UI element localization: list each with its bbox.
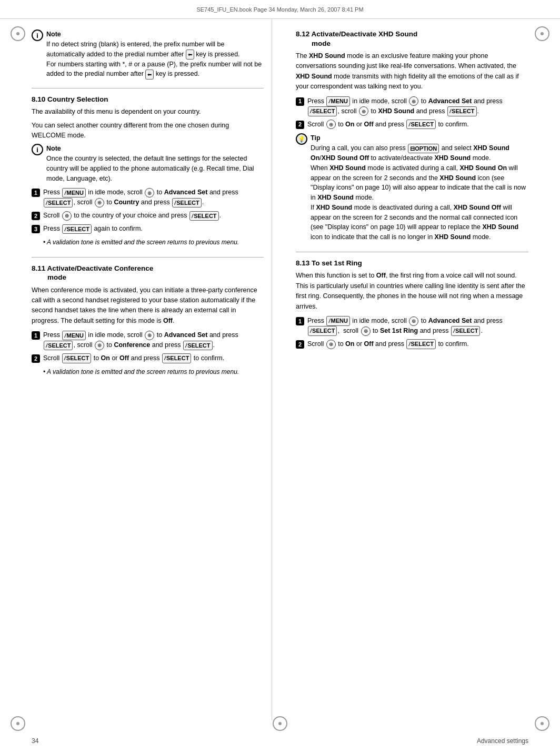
- back-key-1: ⬅: [186, 50, 194, 60]
- note-1: i Note If no detect string (blank) is en…: [32, 29, 264, 80]
- select-key-812-1: /SELECT: [308, 106, 337, 116]
- scroll-icon-813-2: ⊕: [361, 326, 371, 336]
- scroll-icon-813-3: ⊕: [326, 340, 336, 349]
- divider-3: [296, 252, 528, 252]
- note-810: i Note Once the country is selected, the…: [32, 144, 264, 183]
- select-key-2: /SELECT: [172, 198, 201, 208]
- scroll-icon-812-2: ⊕: [359, 106, 368, 116]
- page-number: 34: [32, 737, 38, 745]
- step-811-2-text: Scroll /SELECT to On or Off and press /S…: [43, 353, 224, 363]
- select-key-813-2: /SELECT: [451, 326, 480, 336]
- tip-812-label: Tip: [311, 134, 321, 142]
- section-810-body2: You can select another country different…: [32, 121, 264, 141]
- scroll-icon-1: ⊕: [145, 188, 154, 197]
- select-key-813-1: /SELECT: [308, 326, 337, 336]
- steps-813: 1 Press /MENU in idle mode, scroll ⊕ to …: [296, 316, 528, 349]
- section-811-body: When conference mode is activated, you c…: [32, 285, 264, 326]
- header-bar: SE745_IFU_EN.book Page 34 Monday, March …: [0, 0, 560, 19]
- step-num-811-1: 1: [32, 331, 40, 340]
- step-num-1: 1: [32, 189, 40, 197]
- select-key-812-3: /SELECT: [406, 120, 435, 130]
- scroll-icon-3: ⊕: [62, 211, 72, 221]
- steps-810: 1 Press /MENU in idle mode, scroll ⊕ to …: [32, 187, 264, 234]
- select-key-1: /SELECT: [44, 198, 73, 208]
- menu-key-812: /MENU: [326, 96, 349, 106]
- section-label: Advanced settings: [477, 737, 528, 745]
- select-key-4: /SELECT: [62, 224, 91, 234]
- select-key-811-1: /SELECT: [44, 341, 73, 351]
- divider-2: [32, 257, 264, 258]
- bullet-811: A validation tone is emitted and the scr…: [43, 368, 264, 377]
- left-column: i Note If no detect string (blank) is en…: [32, 19, 272, 720]
- step-811-1: 1 Press /MENU in idle mode, scroll ⊕ to …: [32, 330, 264, 350]
- step-num-813-2: 2: [296, 340, 304, 349]
- note-810-label: Note: [46, 145, 61, 152]
- bullet-810: A validation tone is emitted and the scr…: [43, 238, 264, 247]
- page-container: SE745_IFU_EN.book Page 34 Monday, March …: [0, 0, 560, 752]
- tip-812: 💡 Tip During a call, you can also press …: [296, 133, 528, 242]
- step-810-1-text: Press /MENU in idle mode, scroll ⊕ to Ad…: [43, 187, 264, 207]
- step-num-813-1: 1: [296, 317, 304, 325]
- note-1-content: Note If no detect string (blank) is ente…: [46, 29, 264, 80]
- back-key-2: ⬅: [145, 70, 154, 80]
- step-num-3: 3: [32, 225, 40, 233]
- corner-mark-bl: [11, 716, 25, 731]
- section-812-body: The XHD Sound mode is an exclusive featu…: [296, 51, 528, 92]
- step-813-1: 1 Press /MENU in idle mode, scroll ⊕ to …: [296, 316, 528, 336]
- step-812-1-text: Press /MENU in idle mode, scroll ⊕ to Ad…: [307, 96, 528, 116]
- content-area: i Note If no detect string (blank) is en…: [32, 19, 528, 720]
- section-810-body: The availability of this menu is depende…: [32, 107, 264, 117]
- step-813-2: 2 Scroll ⊕ to On or Off and press /SELEC…: [296, 339, 528, 349]
- scroll-icon-811-1: ⊕: [145, 331, 154, 340]
- scroll-icon-813-1: ⊕: [409, 316, 418, 326]
- step-810-3-text: Press /SELECT again to confirm.: [43, 224, 143, 234]
- menu-key-813: /MENU: [326, 316, 349, 326]
- tip-812-content: Tip During a call, you can also press ⊟O…: [311, 133, 528, 242]
- scroll-icon-812-1: ⊕: [409, 96, 418, 106]
- header-text: SE745_IFU_EN.book Page 34 Monday, March …: [196, 6, 363, 13]
- tip-icon-812: 💡: [296, 133, 307, 145]
- section-812: 8.12 Activate/Deactivate XHD Sound mode …: [296, 29, 528, 242]
- step-811-1-text: Press /MENU in idle mode, scroll ⊕ to Ad…: [43, 330, 264, 350]
- note-icon-1: i: [32, 29, 43, 41]
- select-key-3: /SELECT: [189, 211, 218, 221]
- step-num-811-2: 2: [32, 354, 40, 363]
- section-812-title: 8.12 Activate/Deactivate XHD Sound mode: [296, 29, 528, 48]
- select-key-811-3: /SELECT: [62, 353, 91, 363]
- divider-1: [32, 88, 264, 88]
- step-810-3: 3 Press /SELECT again to confirm.: [32, 224, 264, 234]
- corner-mark-tr: [535, 26, 549, 41]
- section-811: 8.11 Activate/Deactivate Conference mode…: [32, 264, 264, 377]
- footer-bar: 34 Advanced settings: [32, 737, 528, 745]
- step-812-1: 1 Press /MENU in idle mode, scroll ⊕ to …: [296, 96, 528, 116]
- step-num-812-2: 2: [296, 121, 304, 129]
- menu-key: /MENU: [62, 188, 85, 198]
- corner-mark-br: [535, 716, 549, 731]
- step-810-2-text: Scroll ⊕ to the country of your choice a…: [43, 211, 221, 221]
- right-column: 8.12 Activate/Deactivate XHD Sound mode …: [288, 19, 528, 720]
- scroll-icon-811-2: ⊕: [95, 341, 104, 350]
- scroll-icon-812-3: ⊕: [326, 120, 336, 129]
- menu-key-811: /MENU: [62, 331, 85, 341]
- step-813-2-text: Scroll ⊕ to On or Off and press /SELECT …: [307, 339, 469, 349]
- steps-811: 1 Press /MENU in idle mode, scroll ⊕ to …: [32, 330, 264, 363]
- note-810-content: Note Once the country is selected, the d…: [46, 144, 264, 183]
- step-813-1-text: Press /MENU in idle mode, scroll ⊕ to Ad…: [307, 316, 528, 336]
- step-812-2: 2 Scroll ⊕ to On or Off and press /SELEC…: [296, 120, 528, 130]
- step-811-2: 2 Scroll /SELECT to On or Off and press …: [32, 353, 264, 363]
- section-810: 8.10 Country Selection The availability …: [32, 95, 264, 248]
- step-810-2: 2 Scroll ⊕ to the country of your choice…: [32, 211, 264, 221]
- scroll-icon-2: ⊕: [95, 198, 104, 207]
- steps-812: 1 Press /MENU in idle mode, scroll ⊕ to …: [296, 96, 528, 130]
- section-813-body: When this function is set to Off, the fi…: [296, 271, 528, 312]
- section-813: 8.13 To set 1st Ring When this function …: [296, 259, 528, 349]
- section-811-title: 8.11 Activate/Deactivate Conference mode: [32, 264, 264, 282]
- option-key: ⊟OPTION: [408, 144, 439, 154]
- select-key-813-3: /SELECT: [406, 339, 435, 349]
- note-icon-810: i: [32, 144, 43, 155]
- corner-mark-tl: [11, 26, 25, 41]
- step-810-1: 1 Press /MENU in idle mode, scroll ⊕ to …: [32, 187, 264, 207]
- select-key-811-4: /SELECT: [162, 353, 191, 363]
- step-812-2-text: Scroll ⊕ to On or Off and press /SELECT …: [307, 120, 469, 130]
- step-num-812-1: 1: [296, 97, 304, 106]
